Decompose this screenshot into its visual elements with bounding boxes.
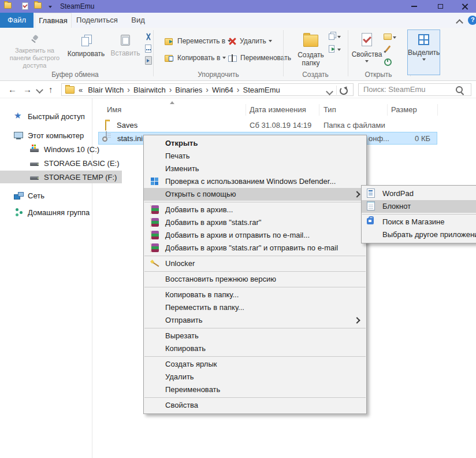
tab-file[interactable]: Файл (0, 13, 34, 28)
breadcrumb-bar[interactable]: Blair WitchBlairwitchBinariesWin64SteamE… (61, 83, 354, 96)
context-menu-item[interactable]: Копировать (144, 342, 366, 355)
properties-button[interactable]: Свойства (351, 30, 382, 62)
open-button[interactable] (384, 32, 396, 43)
up-button[interactable]: ↑ (49, 83, 53, 96)
context-menu-item[interactable]: Добавить в архив и отправить по e-mail..… (144, 229, 366, 242)
context-menu-item[interactable]: Удалить (144, 371, 366, 383)
copy-label: Копировать (66, 50, 106, 58)
menu-separator (144, 202, 366, 202)
column-header-name[interactable]: Имя (107, 105, 121, 114)
help-icon[interactable] (468, 16, 476, 25)
sidebar-item[interactable]: Домашняя группа (0, 206, 106, 219)
menu-item-label: Печать (165, 152, 190, 160)
dropdown-arrow-icon (365, 60, 369, 62)
edit-button[interactable] (384, 45, 396, 56)
new-folder-button[interactable]: Создать папку (292, 30, 330, 67)
breadcrumb-item[interactable]: Binaries (172, 86, 206, 94)
context-menu-item[interactable]: Переместить в папку... (144, 301, 366, 314)
dropdown-arrow-icon (222, 57, 226, 59)
qat-dropdown-icon[interactable] (49, 6, 52, 8)
forward-button[interactable]: → (23, 83, 32, 96)
context-menu-item[interactable]: Проверка с использованием Windows Defend… (144, 175, 366, 188)
copy-to-label: Копировать в (177, 54, 220, 62)
context-menu-item[interactable]: Добавить в архив... (144, 204, 366, 216)
recent-locations-icon[interactable] (36, 86, 43, 94)
context-menu-item[interactable]: Создать ярлык (144, 358, 366, 371)
winrar-icon (150, 205, 159, 214)
context-menu-item[interactable]: Открыть (144, 137, 366, 150)
maximize-button[interactable] (427, 0, 453, 13)
breadcrumb-item[interactable]: SteamEmu (240, 86, 284, 94)
copy-to-button[interactable]: Копировать в (165, 51, 226, 64)
context-menu-item[interactable]: Отправить (144, 314, 366, 327)
open-with-item[interactable]: Поиск в Магазине (362, 216, 476, 228)
move-to-button[interactable]: Переместить в (165, 35, 231, 47)
rename-button[interactable]: Переименовать (228, 51, 291, 64)
tab-home[interactable]: Главная (35, 13, 72, 28)
breadcrumb-item[interactable]: Blairwitch (130, 86, 169, 94)
easy-access-button[interactable] (328, 45, 341, 55)
search-box[interactable]: Поиск: SteamEmu (358, 83, 471, 96)
collapsed-path-icon[interactable] (77, 86, 84, 94)
delete-label: Удалить (240, 37, 266, 45)
history-button[interactable] (384, 58, 396, 68)
column-header-size[interactable]: Размер (391, 105, 417, 114)
group-label-organize: Упорядочить (162, 71, 275, 79)
context-menu-item[interactable]: Копировать в папку... (144, 289, 366, 301)
context-menu-item[interactable]: Печать (144, 150, 366, 162)
context-menu-item[interactable]: Открыть с помощью (144, 188, 366, 201)
dropdown-arrow-icon (337, 49, 341, 51)
column-headers: Имя Дата изменения Тип Размер (98, 104, 445, 116)
context-menu-item[interactable]: Переименовать (144, 383, 366, 396)
close-button[interactable] (453, 0, 476, 13)
column-header-type[interactable]: Тип (323, 105, 336, 114)
pin-to-quick-access-button[interactable]: Закрепить на панели быстрого доступа (5, 30, 65, 69)
delete-button[interactable]: Удалить (228, 35, 272, 47)
context-menu-item[interactable]: Добавить в архив "stats.rar" и отправить… (144, 242, 366, 254)
new-folder-qat-icon[interactable] (34, 2, 42, 9)
context-menu-item[interactable]: Восстановить прежнюю версию (144, 273, 366, 286)
file-row[interactable]: Saves Сб 31.08.19 14:19 Папка с файлами (98, 119, 437, 132)
minimize-button[interactable] (401, 0, 427, 13)
tab-share[interactable]: Поделиться (74, 13, 120, 28)
cut-button[interactable] (144, 32, 157, 43)
search-icon (456, 86, 463, 93)
menu-item-label: Блокнот (382, 202, 411, 210)
refresh-icon[interactable] (340, 87, 348, 95)
winrar-icon (150, 218, 159, 227)
dropdown-arrow-icon (337, 36, 341, 38)
paste-button[interactable]: Вставить (107, 30, 143, 57)
copy-button[interactable]: Копировать (66, 30, 106, 58)
paste-shortcut-button[interactable] (144, 56, 157, 66)
menu-item-label: Переименовать (165, 385, 220, 394)
collapse-ribbon-icon[interactable] (456, 19, 463, 27)
edit-icon (384, 46, 392, 54)
sidebar-item-label: Сеть (28, 191, 44, 200)
menu-separator (144, 256, 366, 256)
open-with-item[interactable]: Блокнот (362, 200, 476, 213)
sidebar-item[interactable]: Этот компьютер (0, 129, 106, 142)
breadcrumb-item[interactable]: Blair Witch (84, 86, 127, 94)
select-button[interactable]: Выделить (407, 29, 440, 75)
breadcrumb-item[interactable]: Win64 (209, 86, 237, 94)
tab-view[interactable]: Вид (124, 13, 153, 28)
context-menu-item[interactable]: Свойства (144, 399, 366, 412)
back-button[interactable]: ← (8, 83, 17, 96)
context-menu-item[interactable]: Изменить (144, 162, 366, 175)
pin-label: Закрепить на панели быстрого доступа (5, 47, 65, 69)
sidebar-item[interactable]: Быстрый доступ (0, 110, 106, 123)
copy-path-button[interactable] (144, 44, 157, 54)
context-menu-item[interactable]: Вырезать (144, 330, 366, 342)
file-date: Сб 31.08.19 14:19 (250, 121, 311, 130)
properties-qat-icon[interactable] (22, 2, 28, 10)
open-with-item[interactable]: WordPad (362, 187, 476, 200)
column-header-date[interactable]: Дата изменения (250, 105, 306, 114)
new-item-button[interactable] (328, 32, 341, 42)
context-menu-item[interactable]: Unlocker (144, 257, 366, 270)
open-with-item[interactable]: Выбрать другое приложение (362, 228, 476, 241)
menu-item-label: Unlocker (165, 259, 195, 268)
address-dropdown-icon[interactable] (326, 88, 333, 95)
sidebar-item[interactable]: Сеть (0, 189, 106, 202)
menu-item-label: Переместить в папку... (165, 303, 244, 312)
context-menu-item[interactable]: Добавить в архив "stats.rar" (144, 216, 366, 229)
